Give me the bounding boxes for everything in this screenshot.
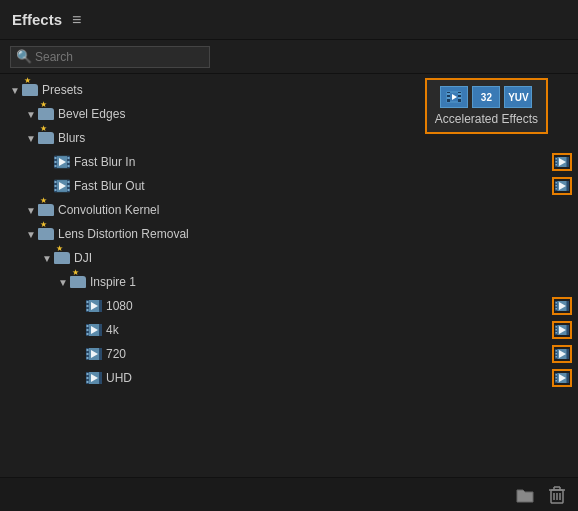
svg-rect-51 — [567, 301, 570, 311]
svg-rect-37 — [567, 181, 570, 191]
accel-32-icon[interactable]: 32 — [472, 86, 500, 108]
svg-rect-61 — [87, 333, 89, 335]
svg-rect-4 — [447, 97, 450, 99]
panel-title: Effects — [12, 11, 62, 28]
svg-rect-66 — [556, 326, 558, 328]
chevron-presets: ▼ — [8, 83, 22, 97]
tree-item-lens-distortion[interactable]: ▼ Lens Distortion Removal — [0, 222, 578, 246]
label-inspire1: Inspire 1 — [90, 275, 548, 289]
svg-rect-75 — [87, 357, 89, 359]
tree-item-uhd[interactable]: UHD — [0, 366, 578, 390]
svg-rect-59 — [87, 325, 89, 327]
bottom-toolbar — [0, 477, 578, 511]
accel-icon-uhd — [552, 369, 572, 387]
tree-item-fast-blur-out[interactable]: Fast Blur Out — [0, 174, 578, 198]
effects-tree: ▼ Presets ▼ Bevel Edges ▼ Blurs — [0, 74, 578, 477]
svg-rect-72 — [99, 348, 102, 360]
no-chevron-fast-blur-out — [40, 179, 54, 193]
effect-icon-4k — [86, 323, 102, 337]
tree-item-convolution-kernel[interactable]: ▼ Convolution Kernel — [0, 198, 578, 222]
svg-rect-16 — [68, 165, 70, 167]
star-folder-icon-bevel-edges — [38, 108, 54, 120]
label-lens-distortion: Lens Distortion Removal — [58, 227, 548, 241]
svg-rect-28 — [55, 181, 57, 183]
svg-rect-74 — [87, 353, 89, 355]
label-fast-blur-out: Fast Blur Out — [74, 179, 548, 193]
tree-item-inspire1[interactable]: ▼ Inspire 1 — [0, 270, 578, 294]
svg-rect-73 — [87, 349, 89, 351]
svg-rect-23 — [556, 164, 558, 166]
tree-item-fast-blur-in[interactable]: Fast Blur In — [0, 150, 578, 174]
chevron-inspire1: ▼ — [56, 275, 70, 289]
svg-rect-30 — [55, 189, 57, 191]
label-dji: DJI — [74, 251, 548, 265]
svg-rect-44 — [99, 300, 102, 312]
svg-rect-45 — [87, 301, 89, 303]
tree-item-4k[interactable]: 4k — [0, 318, 578, 342]
svg-rect-65 — [567, 325, 570, 335]
svg-rect-86 — [99, 372, 102, 384]
panel-header: Effects ≡ — [0, 0, 578, 40]
hamburger-menu-icon[interactable]: ≡ — [72, 11, 81, 29]
svg-rect-15 — [68, 161, 70, 163]
star-folder-icon-convolution — [38, 204, 54, 216]
accel-play-icon[interactable] — [440, 86, 468, 108]
svg-rect-79 — [567, 349, 570, 359]
svg-rect-47 — [87, 309, 89, 311]
label-fast-blur-in: Fast Blur In — [74, 155, 548, 169]
accel-icon-4k — [552, 321, 572, 339]
no-chevron-720 — [72, 347, 86, 361]
tree-item-dji[interactable]: ▼ DJI — [0, 246, 578, 270]
svg-rect-60 — [87, 329, 89, 331]
effect-icon-uhd — [86, 371, 102, 385]
svg-rect-22 — [556, 161, 558, 163]
svg-rect-54 — [556, 308, 558, 310]
svg-rect-6 — [458, 97, 461, 99]
chevron-lens-distortion: ▼ — [24, 227, 38, 241]
accel-icon-720 — [552, 345, 572, 363]
effect-icon-1080 — [86, 299, 102, 313]
accel-icon-fast-blur-in — [552, 153, 572, 171]
svg-rect-68 — [556, 332, 558, 334]
star-folder-icon-dji — [54, 252, 70, 264]
svg-rect-67 — [556, 329, 558, 331]
chevron-bevel-edges: ▼ — [24, 107, 38, 121]
search-icon: 🔍 — [16, 49, 32, 64]
chevron-blurs: ▼ — [24, 131, 38, 145]
new-folder-button[interactable] — [512, 484, 538, 506]
effects-panel: Effects ≡ 🔍 — [0, 0, 578, 511]
no-chevron-uhd — [72, 371, 86, 385]
tree-item-1080[interactable]: 1080 — [0, 294, 578, 318]
accel-yuv-icon[interactable]: YUV — [504, 86, 532, 108]
star-folder-icon-inspire1 — [70, 276, 86, 288]
star-folder-icon-blurs — [38, 132, 54, 144]
svg-rect-89 — [87, 381, 89, 383]
search-input[interactable] — [10, 46, 210, 68]
svg-rect-94 — [556, 374, 558, 376]
chevron-convolution: ▼ — [24, 203, 38, 217]
label-convolution-kernel: Convolution Kernel — [58, 203, 548, 217]
accelerated-effects-box: 32 YUV Accelerated Effects — [425, 78, 548, 134]
svg-rect-53 — [556, 305, 558, 307]
svg-rect-39 — [556, 185, 558, 187]
svg-rect-3 — [447, 93, 450, 95]
svg-rect-31 — [68, 181, 70, 183]
svg-rect-12 — [55, 161, 57, 163]
svg-rect-58 — [99, 324, 102, 336]
delete-button[interactable] — [544, 484, 570, 506]
search-bar: 🔍 32 — [0, 40, 578, 74]
svg-rect-81 — [556, 353, 558, 355]
accel-label: Accelerated Effects — [435, 112, 538, 126]
star-folder-icon-presets — [22, 84, 38, 96]
svg-rect-13 — [55, 165, 57, 167]
label-1080: 1080 — [106, 299, 548, 313]
star-folder-icon-lens-distortion — [38, 228, 54, 240]
svg-rect-20 — [567, 157, 570, 167]
svg-rect-46 — [87, 305, 89, 307]
accel-icons-row: 32 YUV — [440, 86, 532, 108]
no-chevron-4k — [72, 323, 86, 337]
tree-item-720[interactable]: 720 — [0, 342, 578, 366]
effect-icon-fast-blur-out — [54, 179, 70, 193]
svg-rect-96 — [556, 380, 558, 382]
svg-rect-87 — [87, 373, 89, 375]
